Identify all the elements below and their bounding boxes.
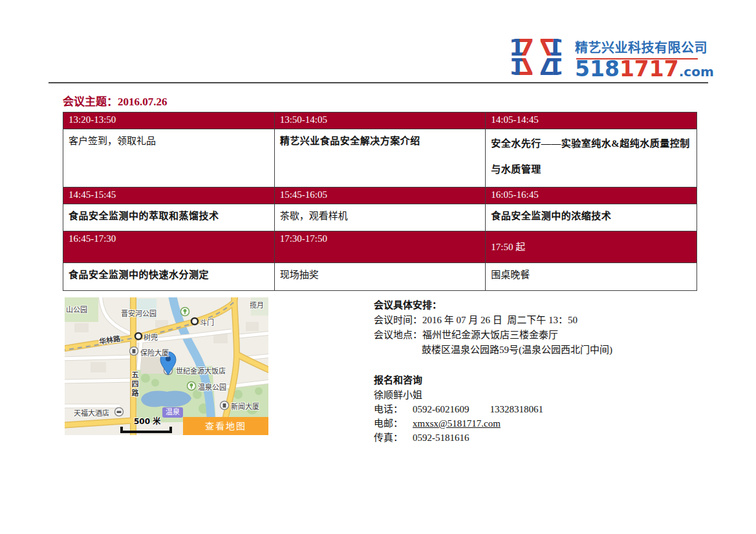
email-link[interactable]: xmxsx@5181717.com (413, 416, 501, 431)
phone-label: 电话： (374, 402, 413, 416)
map-label-wusi-road: 五四路 (129, 371, 139, 398)
schedule-time-cell: 14:45-15:45 (63, 187, 275, 204)
fax-row: 传真： 0592-5181616 (374, 431, 710, 445)
schedule-time-cell: 16:45-17:30 (63, 231, 275, 263)
domain-com: .com (679, 64, 714, 80)
phone-number-2: 13328318061 (490, 402, 544, 416)
schedule-content-row: 客户签到，领取礼品 精艺兴业食品安全解决方案介绍 安全水先行——实验室纯水&超纯… (63, 129, 697, 187)
phone-row: 电话： 0592-6021609 13328318061 (374, 402, 710, 416)
map-label-hotel: 世纪金源大饭店 (176, 365, 226, 376)
schedule-header-row: 14:45-15:45 15:45-16:05 16:05-16:45 (63, 187, 697, 204)
meeting-details: 会议具体安排： 会议时间： 2016 年 07 月 26 日 周二下午 13：5… (374, 298, 710, 445)
contact-heading: 报名和咨询 (374, 373, 710, 388)
details-heading: 会议具体安排： (374, 298, 710, 313)
schedule-header-row: 16:45-17:30 17:30-17:50 17:50 起 (63, 231, 697, 263)
svg-text:7: 7 (518, 53, 534, 78)
schedule-time-cell: 15:45-16:05 (274, 187, 486, 204)
meeting-place-value2: 鼓楼区温泉公园路59号(温泉公园西北门中间) (422, 343, 612, 358)
schedule-time-cell: 16:05-16:45 (486, 187, 697, 204)
schedule-content-cell: 安全水先行——实验室纯水&超纯水质量控制与水质管理 (486, 129, 697, 187)
company-name: 精艺兴业科技有限公司 (575, 37, 704, 56)
contact-block: 报名和咨询 徐顺鲜小姐 电话： 0592-6021609 13328318061… (374, 373, 710, 445)
schedule-content-cell: 现场抽奖 (274, 263, 486, 291)
map-label-xinwen: 新闻大厦 (231, 401, 259, 411)
map-label-wenquan-park: 温泉公园 (198, 381, 226, 392)
page-title-label: 会议主题： (63, 96, 118, 108)
domain-1717: 1717 (620, 56, 679, 81)
domain-518: 518 (575, 56, 620, 81)
fax-number: 0592-5181616 (413, 431, 470, 445)
meeting-time-row: 会议时间： 2016 年 07 月 26 日 周二下午 13：50 (374, 313, 710, 328)
schedule-content-cell: 客户签到，领取礼品 (63, 129, 275, 187)
schedule-time-cell: 17:50 起 (486, 231, 697, 263)
map-scale-label: 500 米 (134, 415, 160, 426)
contact-name: 徐顺鲜小姐 (374, 388, 422, 402)
map-badge-wenquan: 温泉 (162, 407, 183, 418)
email-label: 电邮： (374, 416, 413, 431)
map-label-doumen: 斗门 (200, 317, 214, 327)
brand-logo-icon: 17 17 17 17 (509, 36, 564, 77)
schedule-table: 13:20-13:50 13:50-14:05 14:05-14:45 客户签到… (63, 112, 697, 291)
location-map: 山公园 晋安河公园 斗门 树兜 华林路 保险大厦 世纪金源大饭店 温泉公园 新闻… (65, 297, 268, 435)
page-title: 会议主题：2016.07.26 (63, 92, 167, 109)
email-row: 电邮： xmxsx@5181717.com (374, 416, 710, 431)
brand-text-block: 精艺兴业科技有限公司 5181717.com (575, 37, 704, 81)
schedule-content-cell: 精艺兴业食品安全解决方案介绍 (274, 129, 486, 187)
meeting-place-value: 福州世纪金源大饭店三楼金泰厅 (422, 328, 558, 343)
meeting-place-row2: 鼓楼区温泉公园路59号(温泉公园西北门中间) (374, 343, 710, 358)
schedule-content-row: 食品安全监测中的萃取和蒸馏技术 茶歇，观看样机 食品安全监测中的浓缩技术 (63, 204, 697, 231)
map-label-tianfu: 天福大酒店 (74, 407, 109, 418)
meeting-time-label: 会议时间： (374, 313, 422, 328)
view-map-button[interactable]: 查看地图 (183, 417, 268, 435)
meeting-place-label: 会议地点： (374, 328, 422, 343)
page: { "brand": { "company": "精艺兴业科技有限公司", "d… (0, 0, 756, 534)
map-label-shan-park: 山公园 (66, 304, 87, 314)
schedule-content-cell: 茶歇，观看样机 (274, 204, 486, 231)
schedule-time-cell: 13:50-14:05 (274, 112, 486, 129)
meeting-time-value: 2016 年 07 月 26 日 周二下午 13：50 (422, 313, 578, 328)
svg-text:7: 7 (539, 53, 555, 78)
map-label-jinanhe-park: 晋安河公园 (121, 308, 157, 318)
header-divider (49, 82, 708, 83)
schedule-time-cell: 13:20-13:50 (63, 112, 275, 129)
map-label-lanyue: 揽月 (250, 299, 264, 310)
schedule-content-cell: 围桌晚餐 (486, 263, 697, 291)
schedule-content-cell: 食品安全监测中的浓缩技术 (486, 204, 697, 231)
schedule-header-row: 13:20-13:50 13:50-14:05 14:05-14:45 (63, 112, 697, 129)
schedule-time-cell: 14:05-14:45 (486, 112, 697, 129)
brand-domain: 5181717.com (575, 59, 704, 81)
page-title-date: 2016.07.26 (118, 96, 167, 108)
schedule-time-cell: 17:30-17:50 (274, 231, 486, 263)
schedule-content-cell: 食品安全监测中的萃取和蒸馏技术 (63, 204, 275, 231)
phone-number-1: 0592-6021609 (413, 402, 470, 416)
fax-label: 传真： (374, 431, 413, 445)
schedule-content-cell: 食品安全监测中的快速水分测定 (63, 263, 275, 291)
map-label-shudou: 树兜 (144, 332, 158, 342)
contact-name-row: 徐顺鲜小姐 (374, 388, 710, 402)
schedule-content-row: 食品安全监测中的快速水分测定 现场抽奖 围桌晚餐 (63, 263, 697, 291)
meeting-place-row: 会议地点： 福州世纪金源大饭店三楼金泰厅 (374, 328, 710, 343)
map-label-baoxian: 保险大厦 (140, 347, 169, 358)
